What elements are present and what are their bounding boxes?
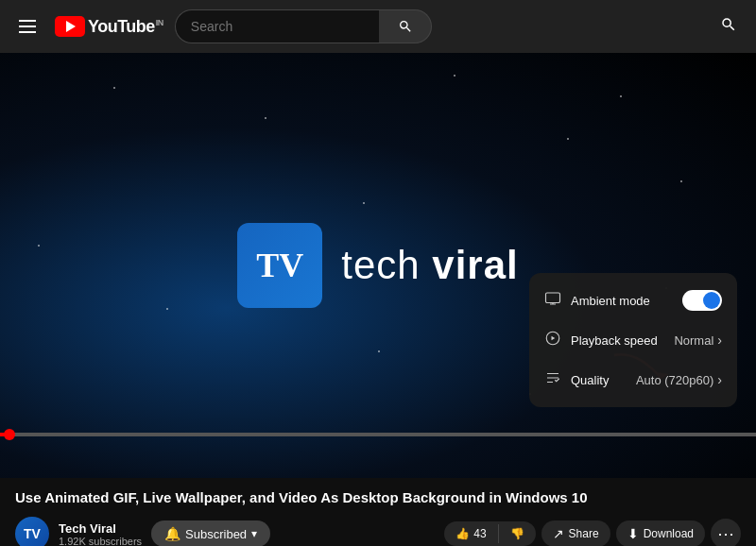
settings-panel: Ambient mode Playback speed Normal › [529,273,737,407]
youtube-logo[interactable]: YouTubeIN [55,16,163,37]
download-icon: ⬇ [627,526,639,541]
search-button[interactable] [379,9,432,43]
dislike-button[interactable]: 👎 [499,521,536,546]
playback-speed-left: Playback speed [544,330,658,350]
youtube-wordmark: YouTubeIN [88,17,163,37]
video-title: Use Animated GIF, Live Wallpaper, and Vi… [15,487,741,507]
download-button[interactable]: ⬇ Download [616,520,705,546]
search-icon [398,19,413,34]
quality-chevron: › [717,372,722,387]
tv-logo: TV [237,223,322,308]
subscribe-chevron: ▾ [251,527,257,540]
playback-speed-value: Normal › [674,333,722,348]
channel-subscribers: 1.92K subscribers [59,536,142,547]
video-background: TV tech viral [0,53,756,478]
video-info: Use Animated GIF, Live Wallpaper, and Vi… [0,478,756,511]
quality-value: Auto (720p60) › [636,372,722,387]
youtube-header: YouTubeIN [0,0,756,53]
like-button[interactable]: 👍 43 [444,521,497,546]
search-input[interactable] [175,9,380,43]
playback-speed-icon [544,330,561,350]
quality-left: Quality [544,369,609,390]
actions-row: 👍 43 👎 ↗ Share ⬇ Download ⋯ [280,519,741,546]
playback-chevron: › [717,333,722,348]
quality-label: Quality [571,373,609,387]
like-count: 43 [473,527,486,540]
bell-icon: 🔔 [164,526,180,541]
ambient-mode-item[interactable]: Ambient mode [529,281,737,320]
more-options-button[interactable]: ⋯ [711,519,741,546]
video-content: TV tech viral [237,223,518,308]
subscribe-button[interactable]: 🔔 Subscribed ▾ [151,520,270,546]
ambient-mode-label: Ambient mode [571,294,650,308]
subscribe-label: Subscribed [185,527,247,541]
share-label: Share [569,527,599,540]
channel-avatar: TV [15,517,49,546]
menu-button[interactable] [11,12,43,41]
toggle-knob [703,292,720,309]
playback-speed-label: Playback speed [571,333,658,348]
like-section: 👍 43 👎 [444,521,535,546]
channel-name: Tech Viral [59,521,142,536]
quality-item[interactable]: Quality Auto (720p60) › [529,360,737,400]
search-icon-header[interactable] [713,9,745,45]
channel-row: TV Tech Viral 1.92K subscribers 🔔 Subscr… [0,511,756,546]
progress-bar[interactable] [0,433,756,436]
playback-speed-item[interactable]: Playback speed Normal › [529,320,737,360]
ambient-mode-left: Ambient mode [544,290,650,311]
progress-dot [4,429,15,440]
thumbs-up-icon: 👍 [455,527,470,540]
share-icon: ↗ [553,526,564,541]
search-bar [175,9,433,43]
svg-rect-1 [546,293,560,303]
channel-info: Tech Viral 1.92K subscribers [59,521,142,547]
video-player[interactable]: TV tech viral Ambient mode [0,53,756,478]
download-label: Download [644,527,694,540]
youtube-icon [55,16,85,37]
quality-icon [544,369,561,390]
ambient-mode-toggle[interactable] [682,290,722,311]
thumbs-down-icon: 👎 [510,527,524,540]
share-button[interactable]: ↗ Share [541,520,610,546]
ambient-mode-icon [544,290,561,311]
brand-text: tech viral [341,243,518,288]
